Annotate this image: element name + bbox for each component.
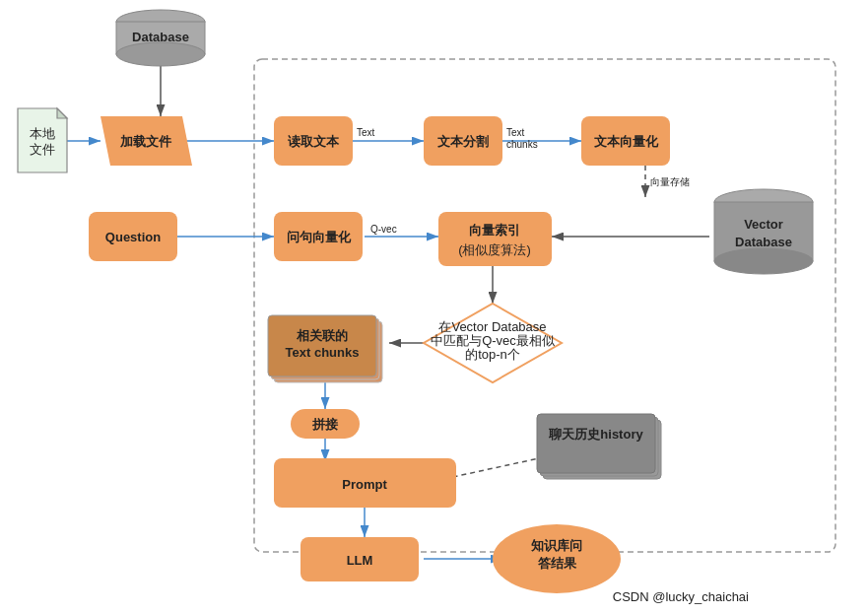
related-label2: Text chunks xyxy=(286,345,360,360)
vdb-bottom xyxy=(714,248,813,274)
vector-store-label: 向量存储 xyxy=(650,176,690,187)
vec-index-box xyxy=(438,212,552,266)
prompt-label: Prompt xyxy=(342,477,387,492)
local-file-label1: 本地 xyxy=(30,126,55,141)
text-split-label: 文本分割 xyxy=(437,134,489,149)
read-text-label: 读取文本 xyxy=(288,134,340,149)
diamond-text2: 中匹配与Q-vec最相似 xyxy=(431,333,555,348)
chat-stack1 xyxy=(537,414,655,473)
related-label1: 相关联的 xyxy=(296,328,348,343)
diagram-container: Text Text chunks 向量存储 Q-vec Database 本地 … xyxy=(0,0,868,615)
qvec-label: Q-vec xyxy=(370,224,397,235)
database-bottom xyxy=(116,42,205,66)
load-file-label: 加载文件 xyxy=(119,134,172,149)
textchunks-label2: chunks xyxy=(506,139,538,150)
database-label: Database xyxy=(132,30,189,44)
diamond-text3: 的top-n个 xyxy=(465,347,520,362)
text-label: Text xyxy=(357,127,375,138)
local-file-corner xyxy=(57,108,67,118)
watermark: CSDN @lucky_chaichai xyxy=(613,589,749,604)
result-label1: 知识库问 xyxy=(530,538,582,553)
vec-index-label1: 向量索引 xyxy=(469,223,520,238)
diamond-text1: 在Vector Database xyxy=(438,319,546,334)
local-file-label2: 文件 xyxy=(30,142,55,157)
vdb-label1: Vector xyxy=(744,217,783,232)
textchunks-label: Text xyxy=(506,127,525,138)
text-vec-label: 文本向量化 xyxy=(594,134,659,149)
concat-label: 拼接 xyxy=(311,417,339,432)
vec-index-label2: (相似度算法) xyxy=(458,242,531,257)
result-label2: 答结果 xyxy=(538,556,577,571)
qvec-label-box: 问句向量化 xyxy=(287,230,352,244)
llm-label: LLM xyxy=(347,553,373,568)
chat-label1: 聊天历史history xyxy=(548,427,643,442)
question-label: Question xyxy=(105,230,161,244)
vdb-label2: Database xyxy=(735,235,792,249)
